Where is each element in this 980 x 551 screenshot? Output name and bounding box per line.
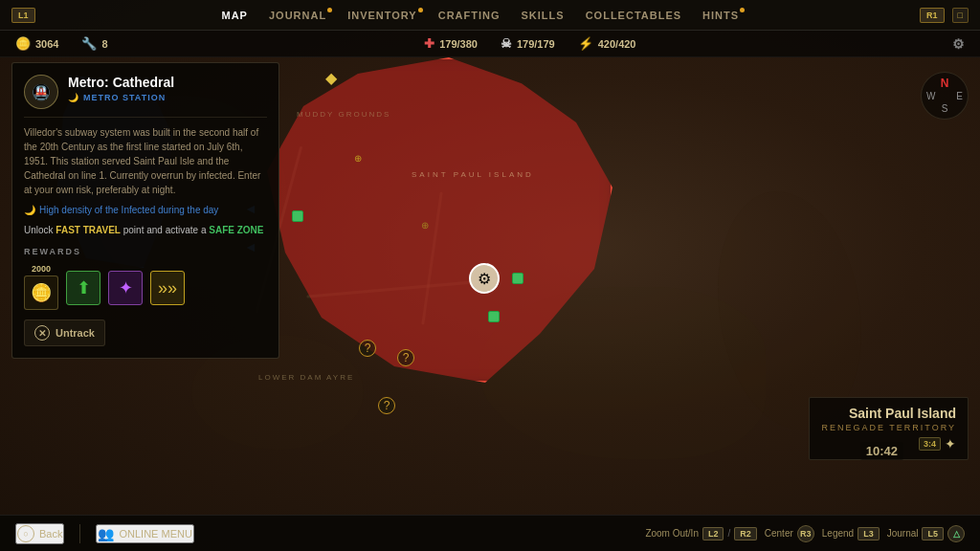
diamond-marker[interactable]: ◆ [325, 69, 337, 87]
panel-warning: 🌙 High density of the Infected during th… [24, 205, 267, 215]
back-label: Back [39, 528, 62, 540]
tab-inventory[interactable]: INVENTORY [338, 6, 427, 25]
small-marker-1[interactable]: ⊕ [354, 153, 362, 164]
tab-skills[interactable]: SKILLS [512, 6, 574, 25]
stamina-value: 420/420 [598, 38, 636, 50]
location-badge: 3:4 ✦ [919, 436, 956, 452]
location-name: Saint Paul Island [821, 406, 956, 421]
compass-e: E [956, 91, 963, 101]
kills-stat: ☠ 179/179 [501, 36, 555, 51]
player-marker: ⚙ [469, 263, 500, 294]
compass-w: W [926, 91, 935, 101]
wrench-value: 8 [101, 38, 107, 50]
legend-label: Legend [822, 528, 854, 539]
untrack-x-icon: ✕ [34, 325, 50, 341]
stats-bar: 🪙 3064 🔧 8 ✚ 179/380 ☠ 179/179 ⚡ 420/420… [0, 31, 980, 57]
panel-header: 🚇 Metro: Cathedral 🌙 METRO STATION [24, 75, 267, 118]
zoom-hint: Zoom Out/In L2 / R2 [645, 527, 756, 540]
reward-coins: 2000 🪙 [24, 264, 58, 310]
divider-1 [79, 524, 80, 543]
bolt-icon: ⚡ [578, 36, 593, 51]
wrench-icon: 🔧 [81, 36, 97, 51]
untrack-button[interactable]: ✕ Untrack [24, 320, 105, 346]
l1-button[interactable]: L1 [11, 8, 35, 23]
tab-crafting[interactable]: CRAFTING [429, 6, 510, 25]
green-marker-2[interactable] [512, 273, 523, 284]
location-subtitle: RENEGADE TERRITORY [821, 423, 956, 432]
reward-upgrade: ⬆ [66, 269, 100, 305]
l3-button[interactable]: L3 [858, 527, 880, 540]
r2-button[interactable]: R2 [734, 527, 757, 540]
settings-icon-area: ⚙ [952, 36, 965, 52]
online-icon: 👥 [98, 526, 114, 541]
green-marker-3[interactable] [488, 311, 500, 322]
center-hint: Center R3 [765, 525, 814, 542]
reward-special: ✦ [108, 269, 143, 305]
coins-stat: 🪙 3064 [15, 36, 58, 51]
legend-hint: Legend L3 [822, 527, 880, 540]
triangle-button[interactable]: △ [947, 525, 965, 542]
small-marker-2[interactable]: ⊕ [421, 220, 429, 231]
info-panel: 🚇 Metro: Cathedral 🌙 METRO STATION Ville… [11, 62, 279, 359]
untrack-label: Untrack [56, 327, 95, 339]
coins-value: 3064 [35, 38, 58, 50]
panel-description: Villedor's subway system was built in th… [24, 125, 267, 197]
nav-tabs: MAP JOURNAL INVENTORY CRAFTING SKILLS CO… [41, 6, 921, 25]
panel-subtitle: 🌙 METRO STATION [68, 93, 174, 102]
back-button[interactable]: ○ Back [15, 523, 64, 544]
l5-button[interactable]: L5 [922, 527, 944, 540]
online-menu-button[interactable]: 👥 ONLINE MENU [96, 524, 193, 543]
kills-value: 179/179 [517, 38, 555, 50]
moon-icon: 🌙 [68, 93, 79, 102]
journal-label: Journal [887, 528, 919, 539]
online-label: ONLINE MENU [119, 528, 191, 540]
special-reward-icon: ✦ [108, 271, 143, 305]
panel-unlock: Unlock FAST TRAVEL point and activate a … [24, 223, 267, 237]
skull-icon: ☠ [501, 36, 512, 51]
arrows-reward-icon: »» [150, 271, 185, 305]
bottom-bar: ○ Back 👥 ONLINE MENU Zoom Out/In L2 / R2… [0, 515, 980, 551]
question-marker-1[interactable]: ? [359, 340, 376, 357]
health-stat: ✚ 179/380 [424, 36, 478, 51]
wrench-stat: 🔧 8 [81, 36, 107, 51]
compass-n: N [941, 77, 949, 90]
tab-map[interactable]: MAP [212, 6, 257, 25]
warning-moon-icon: 🌙 [24, 205, 35, 215]
r3-button[interactable]: R3 [797, 525, 814, 542]
compass-rose-icon: ✦ [945, 436, 956, 452]
panel-title: Metro: Cathedral [68, 75, 174, 91]
l2-button[interactable]: L2 [702, 527, 724, 540]
station-icon: 🚇 [24, 75, 58, 109]
coin-icon: 🪙 [15, 36, 31, 51]
bottom-hints: Zoom Out/In L2 / R2 Center R3 Legend L3 … [645, 525, 965, 542]
health-icon: ✚ [424, 36, 434, 51]
center-label: Center [765, 528, 793, 539]
tab-journal[interactable]: JOURNAL [259, 6, 336, 25]
back-icon: ○ [17, 525, 34, 542]
top-navigation: L1 MAP JOURNAL INVENTORY CRAFTING SKILLS… [0, 0, 980, 31]
r1-button[interactable]: R1 [920, 8, 945, 23]
zoom-label: Zoom Out/In [645, 528, 699, 539]
rewards-row: 2000 🪙 ⬆ ✦ »» [24, 264, 267, 310]
reward-arrows: »» [150, 269, 185, 305]
tab-collectables[interactable]: COLLECTABLES [576, 6, 691, 25]
square-button[interactable]: □ [952, 8, 969, 23]
rewards-title: REWARDS [24, 247, 267, 256]
coin-reward-icon: 🪙 [24, 276, 58, 310]
green-marker-1[interactable] [292, 210, 303, 222]
badge-value: 3:4 [919, 437, 941, 451]
tab-hints[interactable]: HINTS [693, 6, 748, 25]
compass-s: S [942, 103, 948, 114]
compass: N S E W [921, 72, 969, 120]
question-marker-2[interactable]: ? [397, 349, 414, 366]
journal-hint: Journal L5 △ [887, 525, 965, 542]
stamina-stat: ⚡ 420/420 [578, 36, 636, 51]
question-marker-3[interactable]: ? [378, 397, 395, 414]
time-display: 10:42 [860, 442, 903, 460]
upgrade-reward-icon: ⬆ [66, 271, 100, 305]
health-value: 179/380 [439, 38, 478, 50]
